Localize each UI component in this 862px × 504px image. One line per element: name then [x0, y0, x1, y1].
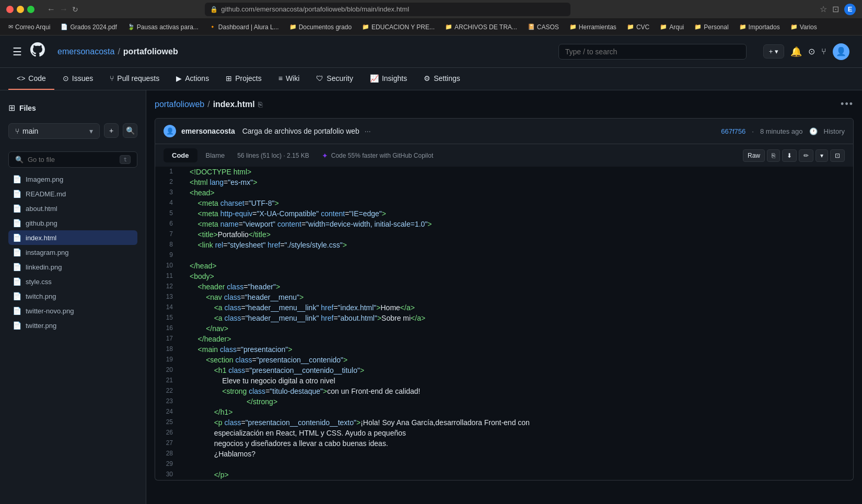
file-item[interactable]: 📄 style.css [8, 274, 137, 289]
line-number[interactable]: 16 [155, 323, 181, 334]
hamburger-icon[interactable]: ☰ [13, 45, 22, 58]
nav-wiki[interactable]: ≡ Wiki [270, 68, 308, 90]
file-search-input[interactable] [28, 156, 115, 163]
bookmark-arqui[interactable]: 📁 Arqui [656, 22, 688, 32]
bookmark-dashboard[interactable]: 🔸 Dashboard | Alura L... [205, 22, 283, 32]
nav-insights[interactable]: 📈 Insights [362, 68, 415, 90]
nav-actions[interactable]: ▶ Actions [168, 68, 217, 90]
bookmark-documentos[interactable]: 📁 Documentos grado [285, 22, 356, 32]
add-file-button[interactable]: + [104, 123, 119, 138]
maximize-button[interactable] [27, 6, 34, 13]
line-number[interactable]: 4 [155, 198, 181, 208]
line-number[interactable]: 25 [155, 417, 181, 428]
line-number[interactable]: 15 [155, 313, 181, 323]
history-button[interactable]: History [824, 127, 845, 135]
owner-link[interactable]: emersonacosta [57, 47, 114, 56]
more-options-icon[interactable]: ••• [841, 99, 854, 110]
more-code-options-button[interactable]: ▾ [816, 149, 828, 162]
line-number[interactable]: 2 [155, 177, 181, 187]
repo-link[interactable]: portafolioweb [123, 47, 178, 56]
bookmark-grados[interactable]: 📄 Grados 2024.pdf [56, 22, 121, 32]
forward-icon[interactable]: → [60, 5, 68, 14]
expand-button[interactable]: ⊡ [830, 149, 845, 162]
line-number[interactable]: 24 [155, 407, 181, 417]
search-input[interactable] [558, 44, 747, 60]
line-number[interactable]: 13 [155, 292, 181, 302]
line-number[interactable]: 5 [155, 208, 181, 219]
bookmark-correo[interactable]: ✉ Correo Arqui [4, 22, 54, 32]
file-item[interactable]: 📄 README.md [8, 186, 137, 201]
edit-button[interactable]: ✏ [799, 149, 813, 162]
nav-security[interactable]: 🛡 Security [308, 68, 362, 90]
nav-pull-requests[interactable]: ⑂ Pull requests [101, 68, 168, 90]
line-number[interactable]: 29 [155, 459, 181, 470]
line-number[interactable]: 7 [155, 229, 181, 240]
file-item[interactable]: 📄 github.png [8, 216, 137, 230]
line-number[interactable]: 19 [155, 355, 181, 365]
file-item[interactable]: 📄 linkedin.png [8, 260, 137, 274]
line-number[interactable]: 8 [155, 240, 181, 250]
pull-requests-icon[interactable]: ⑂ [821, 47, 826, 56]
address-bar[interactable]: 🔒 github.com/emersonacosta/portafolioweb… [205, 3, 570, 16]
nav-issues[interactable]: ⊙ Issues [54, 68, 101, 90]
search-box[interactable] [558, 44, 747, 60]
line-number[interactable]: 1 [155, 167, 181, 177]
back-icon[interactable]: ← [47, 5, 55, 14]
line-number[interactable]: 27 [155, 438, 181, 449]
branch-selector[interactable]: ⑂ main ▾ [8, 123, 100, 139]
file-item[interactable]: 📄 about.html [8, 201, 137, 216]
commit-author[interactable]: emersonacosta [181, 127, 235, 135]
line-number[interactable]: 14 [155, 302, 181, 313]
raw-button[interactable]: Raw [743, 149, 765, 162]
download-button[interactable]: ⬇ [782, 149, 797, 162]
line-number[interactable]: 10 [155, 261, 181, 271]
bookmark-cvc[interactable]: 📁 CVC [623, 22, 654, 32]
tab-code[interactable]: Code [164, 148, 197, 162]
file-search-box[interactable]: 🔍 t [8, 151, 137, 168]
new-button[interactable]: + ▾ [763, 44, 784, 58]
nav-settings[interactable]: ⚙ Settings [415, 68, 469, 90]
bookmark-herramientas[interactable]: 📁 Herramientas [565, 22, 621, 32]
line-number[interactable]: 3 [155, 187, 181, 198]
file-item[interactable]: 📄 twitter-novo.png [8, 303, 137, 318]
line-number[interactable]: 9 [155, 250, 181, 261]
reload-icon[interactable]: ↻ [72, 5, 78, 14]
bookmark-importados[interactable]: 📁 Importados [735, 22, 784, 32]
line-number[interactable]: 6 [155, 219, 181, 229]
copy-path-icon[interactable]: ⎘ [258, 100, 262, 109]
copy-code-button[interactable]: ⎘ [767, 149, 780, 162]
bookmark-educacion[interactable]: 📁 EDUCACION Y PRE... [358, 22, 439, 32]
search-file-button[interactable]: 🔍 [123, 123, 137, 138]
copilot-button[interactable]: ✦ Code 55% faster with GitHub Copilot [322, 151, 433, 160]
profile-icon[interactable]: E [844, 4, 856, 15]
github-logo-icon[interactable] [30, 42, 45, 61]
close-button[interactable] [6, 6, 14, 13]
bookmark-personal[interactable]: 📁 Personal [690, 22, 732, 32]
issues-icon[interactable]: ⊙ [808, 46, 815, 56]
nav-projects[interactable]: ⊞ Projects [217, 68, 270, 90]
line-number[interactable]: 26 [155, 428, 181, 438]
extensions-icon[interactable]: ⊡ [832, 4, 839, 14]
bookmark-archivos[interactable]: 📁 ARCHIVOS DE TRA... [441, 22, 521, 32]
tab-blame[interactable]: Blame [197, 148, 234, 162]
line-number[interactable]: 23 [155, 396, 181, 407]
line-number[interactable]: 18 [155, 344, 181, 355]
line-number[interactable]: 30 [155, 470, 181, 480]
file-item[interactable]: 📄 twitter.png [8, 318, 137, 333]
line-number[interactable]: 17 [155, 334, 181, 344]
bookmark-casos[interactable]: 📔 CASOS [523, 22, 563, 32]
minimize-button[interactable] [17, 6, 24, 13]
file-item[interactable]: 📄 twitch.png [8, 289, 137, 303]
bookmark-varios[interactable]: 📁 Varios [786, 22, 821, 32]
line-number[interactable]: 21 [155, 376, 181, 386]
repo-breadcrumb-link[interactable]: portafolioweb [155, 100, 204, 109]
file-item[interactable]: 📄 instagram.png [8, 245, 137, 260]
line-number[interactable]: 22 [155, 386, 181, 396]
line-number[interactable]: 20 [155, 365, 181, 376]
file-item-active[interactable]: 📄 index.html [8, 230, 137, 245]
line-number[interactable]: 12 [155, 282, 181, 292]
line-number[interactable]: 11 [155, 271, 181, 282]
bookmark-icon[interactable]: ☆ [820, 4, 827, 14]
line-number[interactable]: 28 [155, 449, 181, 459]
user-avatar[interactable]: 👤 [833, 43, 849, 60]
